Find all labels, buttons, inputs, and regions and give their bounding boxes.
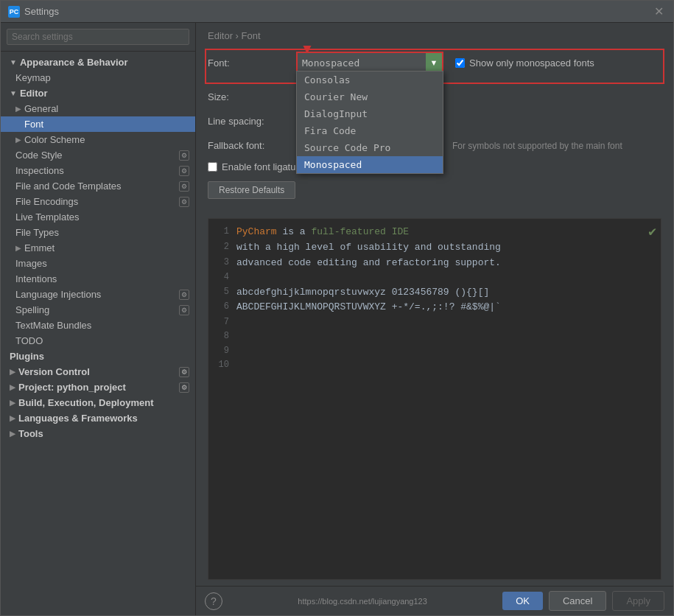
sidebar-item-label: Build, Execution, Deployment	[18, 397, 153, 408]
ok-button[interactable]: OK	[502, 592, 543, 610]
sidebar-item-live-templates[interactable]: Live Templates	[1, 209, 195, 225]
titlebar: PC Settings ✕	[1, 1, 673, 23]
settings-badge: ⚙	[179, 305, 189, 315]
settings-badge: ⚙	[179, 367, 189, 377]
restore-defaults-button[interactable]: Restore Defaults	[208, 181, 295, 199]
sidebar-item-font[interactable]: Font	[1, 116, 195, 132]
code-line-10: 10	[213, 358, 656, 372]
show-monospaced-checkbox[interactable]	[455, 58, 465, 68]
code-preview: ✔ 1 PyCharm is a full-featured IDE 2 wit…	[208, 218, 661, 580]
help-button[interactable]: ?	[205, 592, 222, 610]
sidebar-item-code-style[interactable]: Code Style ⚙	[1, 147, 195, 163]
size-label: Size:	[208, 91, 296, 102]
sidebar-item-inspections[interactable]: Inspections ⚙	[1, 163, 195, 178]
sidebar-item-emmet[interactable]: ▶ Emmet	[1, 240, 195, 256]
line-number: 9	[213, 344, 229, 358]
breadcrumb: Editor › Font	[196, 23, 673, 46]
font-option-consolas[interactable]: Consolas	[297, 71, 443, 88]
sidebar-item-textmate-bundles[interactable]: TextMate Bundles	[1, 318, 195, 333]
settings-window: PC Settings ✕ ▼ Appearance & Behavior Ke…	[0, 0, 674, 616]
sidebar-item-version-control[interactable]: ▶ Version Control ⚙	[1, 364, 195, 379]
font-option-source-code-pro[interactable]: Source Code Pro	[297, 139, 443, 156]
code-line-9: 9	[213, 344, 656, 358]
code-line-6: 6 ABCDEFGHIJKLMNOPQRSTUVWXYZ +-*/=.,;:!?…	[213, 300, 656, 315]
font-section: Font: Monospaced ▼ Consolas Courier New	[208, 52, 661, 81]
code-text: with a high level of usability and outst…	[236, 240, 656, 256]
settings-badge: ⚙	[179, 197, 189, 207]
sidebar-item-label: Intentions	[15, 273, 57, 284]
font-label: Font:	[208, 57, 296, 69]
cancel-button[interactable]: Cancel	[549, 591, 606, 611]
arrow-icon: ▶	[15, 244, 21, 252]
line-number: 1	[213, 225, 229, 239]
app-icon: PC	[8, 6, 20, 18]
arrow-icon: ▶	[15, 136, 21, 144]
right-panel: Editor › Font	[196, 23, 673, 615]
settings-tree: ▼ Appearance & Behavior Keymap ▼ Editor …	[1, 52, 195, 615]
font-option-courier-new[interactable]: Courier New	[297, 88, 443, 105]
line-number: 4	[213, 270, 229, 284]
close-button[interactable]: ✕	[651, 4, 666, 19]
sidebar-item-project[interactable]: ▶ Project: python_project ⚙	[1, 379, 195, 395]
sidebar-item-file-encodings[interactable]: File Encodings ⚙	[1, 194, 195, 209]
sidebar-item-label: File Encodings	[15, 196, 78, 207]
sidebar-item-label: Version Control	[18, 366, 90, 377]
arrow-icon: ▶	[15, 105, 21, 113]
settings-badge: ⚙	[179, 150, 189, 161]
sidebar-item-intentions[interactable]: Intentions	[1, 271, 195, 287]
sidebar-item-languages[interactable]: ▶ Languages & Frameworks	[1, 410, 195, 426]
sidebar-item-editor[interactable]: ▼ Editor	[1, 85, 195, 101]
sidebar-item-label: Appearance & Behavior	[20, 57, 128, 68]
font-option-fira-code[interactable]: Fira Code	[297, 122, 443, 139]
sidebar-item-images[interactable]: Images	[1, 256, 195, 271]
sidebar-item-label: File Types	[15, 227, 59, 238]
green-check-icon: ✔	[648, 223, 656, 239]
font-dropdown-container: Monospaced ▼ Consolas Courier New Dialog…	[296, 52, 443, 74]
code-text: abcdefghijklmnopqrstuvwxyz 0123456789 ()…	[236, 285, 656, 301]
arrow-icon: ▶	[10, 383, 15, 391]
sidebar-item-label: Plugins	[10, 351, 44, 362]
settings-badge: ⚙	[179, 166, 189, 176]
sidebar-item-appearance[interactable]: ▼ Appearance & Behavior	[1, 55, 195, 70]
sidebar-item-color-scheme[interactable]: ▶ Color Scheme	[1, 132, 195, 147]
sidebar-item-label: Project: python_project	[18, 382, 126, 393]
sidebar-item-label: Font	[24, 119, 43, 130]
sidebar-item-file-types[interactable]: File Types	[1, 225, 195, 240]
dropdown-arrow-icon: ▼	[426, 53, 442, 72]
sidebar-item-label: Spelling	[15, 304, 49, 315]
line-number: 7	[213, 315, 229, 329]
code-line-3: 3 advanced code editing and refactoring …	[213, 256, 656, 271]
show-monospaced-row: Show only monospaced fonts	[455, 57, 594, 69]
search-input[interactable]	[7, 29, 189, 45]
line-number: 5	[213, 285, 229, 299]
code-line-4: 4	[213, 270, 656, 284]
line-spacing-label: Line spacing:	[208, 116, 296, 127]
line-number: 8	[213, 329, 229, 343]
sidebar-item-label: File and Code Templates	[15, 181, 122, 192]
arrow-icon: ▶	[10, 399, 15, 407]
sidebar-item-file-code-templates[interactable]: File and Code Templates ⚙	[1, 178, 195, 194]
font-option-monospaced[interactable]: Monospaced	[297, 156, 443, 173]
sidebar-item-tools[interactable]: ▶ Tools	[1, 426, 195, 441]
sidebar-item-label: Color Scheme	[24, 134, 85, 145]
enable-ligatures-checkbox[interactable]	[208, 162, 217, 172]
arrow-icon: ▶	[10, 430, 15, 438]
settings-form: Font: Monospaced ▼ Consolas Courier New	[196, 46, 673, 586]
arrow-icon: ▼	[10, 89, 17, 97]
apply-button[interactable]: Apply	[612, 591, 664, 611]
font-dropdown-popup: Consolas Courier New DialogInput Fira Co…	[296, 71, 443, 174]
main-content: ▼ Appearance & Behavior Keymap ▼ Editor …	[1, 23, 673, 615]
sidebar-item-keymap[interactable]: Keymap	[1, 70, 195, 85]
bottom-bar: ? https://blog.csdn.net/lujiangyang123 O…	[196, 586, 673, 615]
restore-defaults-container: Restore Defaults	[208, 181, 661, 209]
sidebar-item-label: Tools	[18, 428, 43, 439]
sidebar-item-spelling[interactable]: Spelling ⚙	[1, 302, 195, 318]
sidebar-item-plugins[interactable]: Plugins	[1, 349, 195, 364]
sidebar-item-general[interactable]: ▶ General	[1, 101, 195, 116]
font-option-dialoginput[interactable]: DialogInput	[297, 105, 443, 122]
sidebar-item-build[interactable]: ▶ Build, Execution, Deployment	[1, 395, 195, 410]
code-line-8: 8	[213, 329, 656, 343]
sidebar-item-label: TODO	[15, 335, 43, 346]
sidebar-item-todo[interactable]: TODO	[1, 333, 195, 349]
sidebar-item-language-injections[interactable]: Language Injections ⚙	[1, 287, 195, 302]
